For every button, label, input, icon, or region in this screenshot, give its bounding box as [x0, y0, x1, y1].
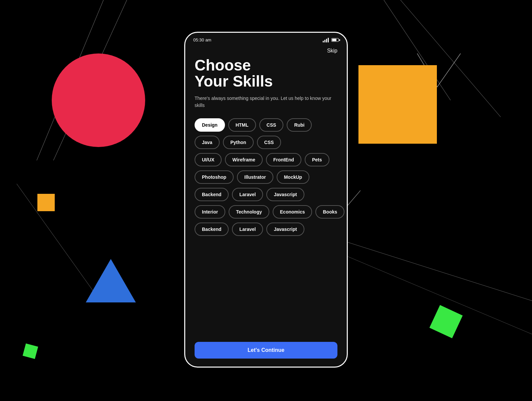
green-small-decoration [23, 344, 38, 359]
orange-rect-decoration [358, 65, 437, 144]
skill-tag-interior[interactable]: Interior [195, 205, 225, 219]
skill-tag-java[interactable]: Java [195, 136, 220, 149]
skill-tag-pets[interactable]: Pets [305, 153, 329, 166]
skill-tag-python[interactable]: Python [223, 136, 253, 149]
skill-tag-economics[interactable]: Economics [273, 205, 312, 219]
skill-tag-css2[interactable]: CSS [257, 136, 281, 149]
skill-tag-frontend[interactable]: FrontEnd [266, 153, 301, 166]
status-bar: 05:30 am [185, 33, 347, 45]
status-time: 05:30 am [193, 37, 211, 42]
skill-tag-technology[interactable]: Technology [229, 205, 269, 219]
skill-tag-laravel1[interactable]: Laravel [232, 188, 263, 201]
skills-row: Photoshop Illustrator MockUp [195, 170, 337, 184]
phone-mockup: 05:30 am Skip Choose Your Skills There's… [184, 32, 348, 368]
skill-tag-wireframe[interactable]: Wireframe [225, 153, 262, 166]
page-subtitle: There's always something special in you.… [195, 95, 337, 109]
skill-tag-backend1[interactable]: Backend [195, 188, 229, 201]
skills-row: Backend Laravel Javascript [195, 223, 337, 236]
skill-tag-javascript1[interactable]: Javascript [266, 188, 304, 201]
skip-button[interactable]: Skip [327, 48, 337, 54]
skills-row: Backend Laravel Javascript [195, 188, 337, 201]
skill-tag-illustrator[interactable]: Illustrator [237, 170, 273, 184]
skill-tag-books[interactable]: Books [315, 205, 344, 219]
page-title: Choose Your Skills [195, 57, 337, 90]
skills-row: Java Python CSS [195, 136, 337, 149]
skill-tag-html[interactable]: HTML [228, 118, 256, 132]
skill-tag-css1[interactable]: CSS [259, 118, 284, 132]
skill-tag-design[interactable]: Design [195, 118, 225, 132]
skills-container: Design HTML CSS Rubi Java Python CSS UI/… [195, 118, 337, 236]
continue-button[interactable]: Let's Continue [195, 342, 337, 359]
skills-row: Interior Technology Economics Books [195, 205, 337, 219]
skill-tag-laravel2[interactable]: Laravel [232, 223, 263, 236]
skill-tag-uiux[interactable]: UI/UX [195, 153, 222, 166]
orange-small-decoration [37, 194, 55, 211]
green-large-decoration [430, 305, 463, 339]
skill-tag-mockup[interactable]: MockUp [277, 170, 309, 184]
skill-tag-javascript2[interactable]: Javascript [266, 223, 304, 236]
status-icons [323, 38, 339, 42]
battery-icon [331, 38, 339, 42]
blue-triangle-decoration [86, 259, 136, 302]
skill-tag-photoshop[interactable]: Photoshop [195, 170, 234, 184]
skills-row: UI/UX Wireframe FrontEnd Pets [195, 153, 337, 166]
bottom-area: Let's Continue [185, 337, 347, 367]
skill-tag-backend2[interactable]: Backend [195, 223, 229, 236]
skill-tag-rubi[interactable]: Rubi [287, 118, 312, 132]
red-circle-decoration [52, 53, 145, 147]
skills-row: Design HTML CSS Rubi [195, 118, 337, 132]
skip-row: Skip [195, 48, 337, 54]
signal-icon [323, 38, 329, 42]
phone-content: Skip Choose Your Skills There's always s… [185, 45, 347, 367]
